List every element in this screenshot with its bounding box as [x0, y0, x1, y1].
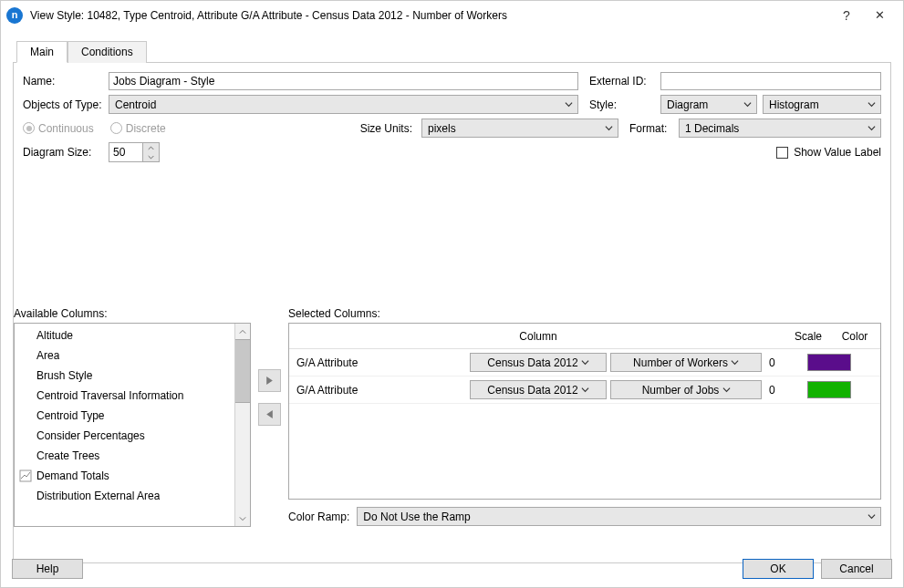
objects-of-type-combo[interactable]: Centroid — [109, 95, 578, 114]
list-item[interactable]: Consider Percentages — [15, 426, 234, 446]
tab-strip: Main Conditions — [16, 40, 903, 62]
list-item[interactable]: Brush Style — [15, 366, 234, 386]
column-icon — [18, 408, 33, 423]
list-item-label: Create Trees — [36, 449, 99, 462]
title-bar: n View Style: 10482, Type Centroid, Attr… — [1, 1, 903, 29]
color-ramp-value: Do Not Use the Ramp — [363, 511, 864, 523]
style-sub-combo[interactable]: Histogram — [763, 95, 881, 114]
name-label: Name: — [23, 75, 103, 88]
color-ramp-label: Color Ramp: — [288, 511, 349, 523]
selected-columns: Selected Columns: Column Scale Color G/A… — [288, 307, 881, 527]
scroll-down-icon[interactable] — [235, 511, 250, 526]
style-label: Style: — [589, 98, 655, 111]
tab-main[interactable]: Main — [16, 41, 68, 63]
window-title: View Style: 10482, Type Centroid, Attrib… — [30, 9, 830, 22]
format-value: 1 Decimals — [685, 122, 864, 135]
continuous-label: Continuous — [38, 122, 94, 135]
name-input[interactable] — [109, 72, 578, 90]
list-item[interactable]: Demand Totals — [15, 466, 234, 486]
scale-value[interactable]: 0 — [765, 384, 804, 397]
external-id-label: External ID: — [589, 75, 655, 88]
list-item-label: Brush Style — [36, 369, 92, 382]
diagram-size-input[interactable] — [109, 143, 142, 161]
style-value: Diagram — [667, 98, 740, 111]
tab-conditions[interactable]: Conditions — [68, 41, 147, 63]
column-icon — [18, 449, 33, 463]
list-item-label: Distribution External Area — [36, 490, 160, 502]
list-item-label: Altitude — [36, 329, 73, 342]
dataset-combo[interactable]: Census Data 2012 — [470, 353, 607, 372]
scroll-up-icon[interactable] — [235, 324, 250, 339]
move-right-button[interactable] — [258, 369, 281, 392]
available-columns-list[interactable]: AltitudeAreaBrush StyleCentroid Traversa… — [14, 323, 251, 527]
attribute-value: Number of Jobs — [642, 384, 720, 397]
scale-value[interactable]: 0 — [765, 356, 804, 369]
column-icon — [18, 489, 33, 503]
header-column: Column — [289, 330, 787, 343]
color-swatch[interactable] — [807, 381, 851, 398]
checkbox-icon — [776, 147, 788, 159]
list-item[interactable]: Distribution External Area — [15, 486, 234, 506]
style-sub-value: Histogram — [769, 98, 864, 111]
show-value-label-checkbox[interactable]: Show Value Label — [776, 146, 881, 159]
color-ramp-combo[interactable]: Do Not Use the Ramp — [357, 507, 881, 526]
cancel-button[interactable]: Cancel — [821, 559, 892, 579]
chevron-down-icon — [864, 510, 878, 524]
discrete-radio: Discrete — [110, 122, 166, 135]
spinner-down-icon[interactable] — [143, 152, 159, 161]
dataset-combo[interactable]: Census Data 2012 — [470, 380, 607, 399]
move-left-button[interactable] — [258, 403, 281, 426]
style-combo[interactable]: Diagram — [660, 95, 757, 114]
move-buttons — [258, 369, 281, 527]
chevron-down-icon — [578, 356, 593, 370]
ga-attribute-label: G/A Attribute — [293, 356, 466, 369]
dataset-value: Census Data 2012 — [487, 384, 577, 397]
objects-of-type-label: Objects of Type: — [23, 98, 103, 111]
table-row: G/A AttributeCensus Data 2012Number of J… — [289, 377, 880, 404]
diagram-size-label: Diagram Size: — [23, 146, 103, 159]
list-item-label: Centroid Traversal Information — [36, 389, 183, 402]
attribute-combo[interactable]: Number of Workers — [610, 353, 762, 372]
chevron-down-icon — [864, 121, 878, 136]
attribute-combo[interactable]: Number of Jobs — [610, 380, 762, 399]
format-combo[interactable]: 1 Decimals — [679, 119, 881, 138]
list-item[interactable]: Altitude — [15, 325, 234, 346]
close-button[interactable]: ✕ — [863, 4, 896, 27]
main-panel: Name: External ID: Objects of Type: Cent… — [13, 62, 891, 563]
scrollbar[interactable] — [234, 324, 250, 526]
chevron-down-icon — [578, 383, 593, 397]
column-icon — [18, 428, 33, 443]
list-item-label: Consider Percentages — [36, 429, 145, 442]
objects-of-type-value: Centroid — [115, 98, 561, 111]
selected-columns-label: Selected Columns: — [288, 307, 881, 320]
show-value-label-text: Show Value Label — [794, 146, 881, 159]
header-color: Color — [829, 330, 880, 343]
dialog-footer: Help OK Cancel — [12, 559, 892, 579]
dataset-value: Census Data 2012 — [487, 356, 577, 369]
help-button[interactable]: Help — [12, 559, 83, 579]
scroll-thumb[interactable] — [235, 339, 250, 403]
column-icon — [18, 469, 33, 483]
spinner-up-icon[interactable] — [143, 143, 159, 152]
continuous-radio: Continuous — [23, 122, 94, 135]
list-item[interactable]: Centroid Type — [15, 406, 234, 426]
help-button[interactable]: ? — [830, 4, 863, 27]
available-columns-label: Available Columns: — [14, 307, 251, 320]
size-units-combo[interactable]: pixels — [421, 119, 618, 138]
column-icon — [18, 348, 33, 363]
table-row: G/A AttributeCensus Data 2012Number of W… — [289, 349, 880, 377]
list-item[interactable]: Area — [15, 346, 234, 366]
list-item[interactable]: Centroid Traversal Information — [15, 386, 234, 406]
column-icon — [18, 368, 33, 383]
radio-dot-icon — [23, 122, 35, 134]
chevron-down-icon — [740, 98, 754, 112]
discrete-label: Discrete — [126, 122, 166, 135]
chevron-down-icon — [728, 356, 743, 370]
list-item[interactable]: Create Trees — [15, 446, 234, 466]
attribute-value: Number of Workers — [633, 356, 728, 369]
ok-button[interactable]: OK — [743, 559, 814, 579]
diagram-size-spinner[interactable] — [109, 142, 160, 162]
external-id-input[interactable] — [660, 72, 881, 90]
color-swatch[interactable] — [807, 354, 851, 371]
available-columns: Available Columns: AltitudeAreaBrush Sty… — [14, 307, 251, 527]
